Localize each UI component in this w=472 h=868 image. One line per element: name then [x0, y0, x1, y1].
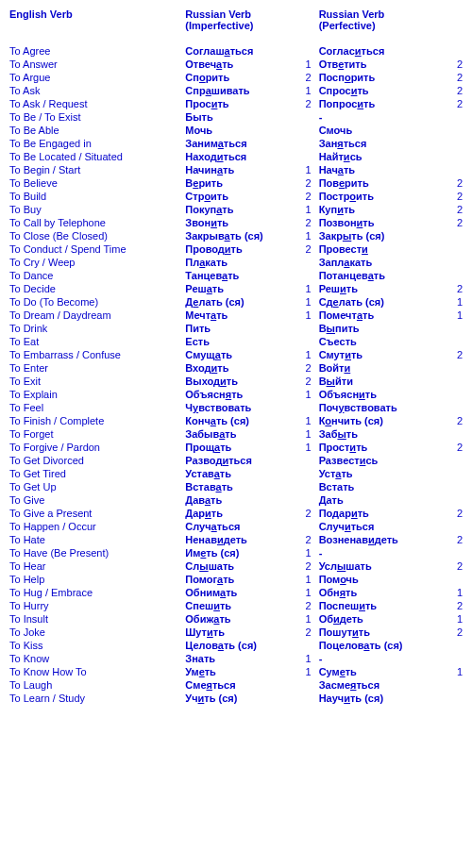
cell-note-2	[442, 44, 464, 58]
cell-imperfective: Вставать	[183, 480, 295, 493]
cell-perfective: Поверить	[317, 176, 443, 190]
cell-note-2	[442, 573, 464, 586]
cell-imperfective: Проводить	[183, 242, 295, 256]
cell-note-2: 2	[442, 71, 464, 84]
cell-imperfective: Забывать	[183, 427, 295, 441]
cell-perfective: Устать	[317, 467, 443, 480]
cell-note-2: 2	[442, 190, 464, 203]
cell-note-2: 2	[442, 282, 464, 295]
cell-note-1	[295, 480, 317, 493]
cell-english: To Answer	[8, 58, 183, 71]
cell-imperfective: Ненавидеть	[183, 533, 295, 546]
cell-imperfective: Объяснять	[183, 388, 295, 401]
cell-english: To Embarrass / Confuse	[8, 348, 183, 361]
cell-imperfective: Закрывать (ся)	[183, 229, 295, 242]
table-row: To GiveДаватьДать	[8, 493, 464, 507]
cell-note-1	[295, 520, 317, 533]
cell-note-1	[295, 692, 317, 705]
cell-perfective: Обидеть	[317, 612, 443, 626]
cell-note-2	[442, 256, 464, 269]
cell-note-2: 2	[442, 533, 464, 546]
cell-english: To Have (Be Present)	[8, 546, 183, 559]
cell-perfective: Суметь	[317, 665, 443, 678]
cell-english: To Do (To Become)	[8, 295, 183, 309]
cell-imperfective: Делать (ся)	[183, 295, 295, 309]
table-row: To ForgetЗабывать1Забыть	[8, 427, 464, 441]
cell-imperfective: Пить	[183, 322, 295, 335]
cell-imperfective: Чувствовать	[183, 401, 295, 414]
table-row: To Finish / CompleteКончать (ся)1Кончить…	[8, 414, 464, 427]
cell-note-2	[442, 124, 464, 137]
cell-note-1	[295, 467, 317, 480]
cell-note-2: 2	[442, 216, 464, 229]
cell-perfective: Построить	[317, 190, 443, 203]
cell-note-1: 1	[295, 427, 317, 441]
cell-english: To Agree	[8, 44, 183, 58]
cell-perfective: Решить	[317, 282, 443, 295]
cell-note-1: 2	[295, 190, 317, 203]
cell-perfective: Заплакать	[317, 256, 443, 269]
cell-note-2	[442, 401, 464, 414]
table-row: To Get TiredУставатьУстать	[8, 467, 464, 480]
cell-english: To Believe	[8, 176, 183, 190]
table-row: To Ask / RequestПросить2Попросить2	[8, 97, 464, 110]
table-row: To Call by TelephoneЗвонить2Позвонить2	[8, 216, 464, 229]
cell-note-1: 1	[295, 309, 317, 322]
cell-note-1: 1	[295, 388, 317, 401]
cell-note-1	[295, 150, 317, 163]
table-row: To Know How ToУметь1Суметь1	[8, 665, 464, 678]
cell-note-2	[442, 361, 464, 375]
cell-perfective: Съесть	[317, 335, 443, 348]
cell-perfective: Выйти	[317, 375, 443, 388]
cell-perfective: Забыть	[317, 427, 443, 441]
cell-imperfective: Шутить	[183, 626, 295, 639]
cell-note-2	[442, 375, 464, 388]
cell-imperfective: Соглашаться	[183, 44, 295, 58]
cell-english: To Help	[8, 573, 183, 586]
table-row: To Be Located / SituatedНаходитьсяНайтис…	[8, 150, 464, 163]
cell-imperfective: Покупать	[183, 203, 295, 216]
cell-note-1	[295, 44, 317, 58]
table-row: To AskСпрашивать1Спросить2	[8, 84, 464, 97]
cell-imperfective: Решать	[183, 282, 295, 295]
cell-note-1: 1	[295, 665, 317, 678]
cell-note-1: 2	[295, 242, 317, 256]
cell-imperfective: Спешить	[183, 599, 295, 612]
cell-english: To Give	[8, 493, 183, 507]
cell-perfective: Согласиться	[317, 44, 443, 58]
cell-english: To Know	[8, 652, 183, 665]
cell-note-1: 1	[295, 229, 317, 242]
cell-perfective: Помочь	[317, 573, 443, 586]
cell-imperfective: Знать	[183, 652, 295, 665]
cell-english: To Insult	[8, 612, 183, 626]
cell-english: To Drink	[8, 322, 183, 335]
table-row: To ExplainОбъяснять1Объяснить	[8, 388, 464, 401]
cell-note-1	[295, 493, 317, 507]
cell-english: To Be Able	[8, 124, 183, 137]
cell-imperfective: Отвечать	[183, 58, 295, 71]
cell-note-2: 2	[442, 441, 464, 454]
table-row: To KnowЗнать1-	[8, 652, 464, 665]
cell-note-2: 1	[442, 612, 464, 626]
table-row: To Hug / EmbraceОбнимать1Обнять1	[8, 586, 464, 599]
cell-english: To Give a Present	[8, 507, 183, 520]
cell-perfective: Начать	[317, 163, 443, 176]
cell-note-1	[295, 639, 317, 652]
cell-imperfective: Смущать	[183, 348, 295, 361]
cell-english: To Cry / Weep	[8, 256, 183, 269]
cell-english: To Know How To	[8, 665, 183, 678]
table-row: To JokeШутить2Пошутить2	[8, 626, 464, 639]
cell-perfective: Поцеловать (ся)	[317, 639, 443, 652]
table-row: To HearСлышать2Услышать2	[8, 559, 464, 573]
table-row: To HateНенавидеть2Возненавидеть2	[8, 533, 464, 546]
cell-note-1: 1	[295, 84, 317, 97]
cell-english: To Forget	[8, 427, 183, 441]
cell-note-1: 1	[295, 612, 317, 626]
cell-note-1: 2	[295, 216, 317, 229]
cell-perfective: Встать	[317, 480, 443, 493]
cell-imperfective: Начинать	[183, 163, 295, 176]
cell-note-2	[442, 242, 464, 256]
cell-imperfective: Прощать	[183, 441, 295, 454]
cell-imperfective: Разводиться	[183, 454, 295, 467]
cell-note-2: 2	[442, 176, 464, 190]
